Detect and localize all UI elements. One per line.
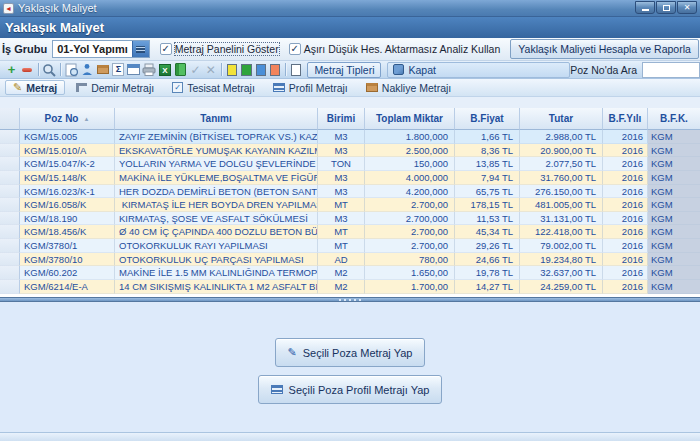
cell-poz: KGM/60.202 <box>20 266 115 280</box>
table-row[interactable]: KGM/60.202MAKİNE İLE 1.5 MM KALINLIĞINDA… <box>0 266 700 280</box>
cell-poz: KGM/6214/E-A <box>20 280 115 294</box>
checkbox-checked-icon[interactable]: ✓ <box>289 43 301 55</box>
table-row[interactable]: KGM/3780/10OTOKORKULUK UÇ PARÇASI YAPILM… <box>0 253 700 267</box>
tab-demir-metraji[interactable]: Demir Metrajı <box>69 80 161 95</box>
cell-birim: M3 <box>318 185 365 199</box>
table-row[interactable]: KGM/3780/1OTOKORKULUK RAYI YAPILMASIMT2.… <box>0 239 700 253</box>
cell-yil: 2016 <box>603 212 648 226</box>
hesapla-raporla-button[interactable]: Yaklaşık Maliyeti Hesapla ve Raporla <box>510 39 699 59</box>
sigma-icon[interactable]: Σ <box>112 62 125 78</box>
secili-poza-profil-metraj-button[interactable]: Seçili Poza Profil Metrajı Yap <box>258 375 443 404</box>
add-row-icon[interactable]: + <box>5 62 18 78</box>
row-selector[interactable] <box>0 212 20 226</box>
poz-no-ara-label: Poz No'da Ara <box>570 64 637 76</box>
table-row[interactable]: KGM/18.456/KØ 40 CM İÇ ÇAPINDA 400 DOZLU… <box>0 225 700 239</box>
metraj-tipleri-button[interactable]: Metraj Tipleri <box>307 62 381 78</box>
asiri-dusuk-checkbox[interactable]: ✓ Aşırı Düşük Hes. Aktarmasız Analiz Kul… <box>289 43 501 55</box>
table-row[interactable]: KGM/16.058/K KIRMATAŞ İLE HER BOYDA DREN… <box>0 198 700 212</box>
cell-bfiyat: 24,66 TL <box>455 253 520 267</box>
header-birimi[interactable]: Birimi <box>318 108 365 130</box>
cell-bfk: KGM <box>648 198 700 212</box>
cell-bfk: KGM <box>648 225 700 239</box>
checkbox-checked-icon[interactable]: ✓ <box>160 43 172 55</box>
row-selector[interactable] <box>0 266 20 280</box>
header-bf-yili[interactable]: B.F.Yılı <box>603 108 648 130</box>
row-selector[interactable] <box>0 280 20 294</box>
cell-birim: TON <box>318 157 365 171</box>
header-tutar[interactable]: Tutar <box>520 108 603 130</box>
minimize-button[interactable] <box>635 1 655 14</box>
row-selector[interactable] <box>0 198 20 212</box>
row-selector[interactable] <box>0 185 20 199</box>
app-window: ◄ Yaklaşık Maliyet ✕ Yaklaşık Maliyet İş… <box>0 0 700 441</box>
kapat-button[interactable]: Kapat <box>387 62 570 78</box>
tab-nakliye-metraji[interactable]: Nakliye Metrajı <box>359 80 458 95</box>
row-selector[interactable] <box>0 239 20 253</box>
package-icon[interactable] <box>96 62 109 78</box>
header-tanimi[interactable]: Tanımı <box>115 108 318 130</box>
is-grubu-dropdown-button[interactable] <box>132 41 149 57</box>
table-row[interactable]: KGM/6214/E-A14 CM SIKIŞMIŞ KALINLIKTA 1 … <box>0 280 700 294</box>
header-poz-no[interactable]: Poz No▲ <box>20 108 115 130</box>
maximize-button[interactable] <box>656 1 676 14</box>
cell-poz: KGM/3780/1 <box>20 239 115 253</box>
row-selector[interactable] <box>0 225 20 239</box>
controls-row: İş Grubu 01-Yol Yapımı ✓ Metraj Panelini… <box>0 38 700 61</box>
table-row[interactable]: KGM/15.148/KMAKİNA İLE YÜKLEME,BOŞALTMA … <box>0 171 700 185</box>
secili-poza-metraj-label: Seçili Poza Metraj Yap <box>303 347 413 359</box>
cell-bfk: KGM <box>648 212 700 226</box>
cell-yil: 2016 <box>603 144 648 158</box>
table-row[interactable]: KGM/15.047/K-2YOLLARIN YARMA VE DOLGU ŞE… <box>0 157 700 171</box>
confirm-icon[interactable]: ✓ <box>189 62 202 78</box>
header-toplam-miktar[interactable]: Toplam Miktar <box>365 108 455 130</box>
cell-miktar: 780,00 <box>365 253 455 267</box>
tab-profil-metraji[interactable]: Profil Metrajı <box>266 80 355 95</box>
close-button[interactable]: ✕ <box>677 1 697 14</box>
table-row[interactable]: KGM/15.010/AEKSKAVATÖRLE YUMUŞAK KAYANIN… <box>0 144 700 158</box>
color-white-swatch[interactable] <box>291 64 301 76</box>
cell-birim: MT <box>318 198 365 212</box>
cell-tutar: 24.259,00 TL <box>520 280 603 294</box>
remove-row-icon[interactable] <box>20 62 33 78</box>
table-row[interactable]: KGM/16.023/K-1HER DOZDA DEMİRLİ BETON (B… <box>0 185 700 199</box>
header-b-fiyat[interactable]: B.Fiyat <box>455 108 520 130</box>
tab-tesisat-metraji[interactable]: ✓ Tesisat Metrajı <box>165 80 262 95</box>
title-bar: ◄ Yaklaşık Maliyet ✕ <box>0 0 700 17</box>
row-selector[interactable] <box>0 171 20 185</box>
table-row[interactable]: KGM/15.005ZAYIF ZEMİNİN (BİTKİSEL TOPRAK… <box>0 130 700 144</box>
row-selector[interactable] <box>0 144 20 158</box>
search-icon[interactable] <box>42 62 56 78</box>
cell-tutar: 79.002,00 TL <box>520 239 603 253</box>
secili-poza-metraj-button[interactable]: ✎ Seçili Poza Metraj Yap <box>275 338 426 367</box>
color-yellow-swatch[interactable] <box>227 64 237 76</box>
row-selector[interactable] <box>0 130 20 144</box>
header-bfk[interactable]: B.F.K. <box>648 108 700 130</box>
cell-tanim: OTOKORKULUK UÇ PARÇASI YAPILMASI <box>115 253 318 267</box>
cancel-icon[interactable]: ✕ <box>204 62 217 78</box>
table-row[interactable]: KGM/18.190KIRMATAŞ, ŞOSE VE ASFALT SÖKÜL… <box>0 212 700 226</box>
cell-bfiyat: 1,66 TL <box>455 130 520 144</box>
poz-no-ara-input[interactable] <box>642 62 700 78</box>
row-selector[interactable] <box>0 157 20 171</box>
color-green-swatch[interactable] <box>241 64 251 76</box>
analysis-person-icon[interactable] <box>81 62 94 78</box>
excel-export-icon[interactable]: X <box>158 62 171 78</box>
color-orange-swatch[interactable] <box>270 64 280 76</box>
cell-tutar: 31.760,00 TL <box>520 171 603 185</box>
cell-tanim: MAKİNA İLE YÜKLEME,BOŞALTMA VE FİGÜRE (M… <box>115 171 318 185</box>
toolbar-separator <box>221 63 222 76</box>
preview-icon[interactable] <box>65 62 79 78</box>
cell-birim: M2 <box>318 266 365 280</box>
tab-metraj[interactable]: ✎ Metraj <box>5 80 65 95</box>
cell-tanim: HER DOZDA DEMİRLİ BETON (BETON SANTRALI … <box>115 185 318 199</box>
color-blue-swatch[interactable] <box>256 64 266 76</box>
printer-icon[interactable] <box>142 62 156 78</box>
cell-tutar: 31.131,00 TL <box>520 212 603 226</box>
is-grubu-select[interactable]: 01-Yol Yapımı <box>52 40 150 58</box>
table-icon[interactable] <box>127 62 140 78</box>
metraj-panel-checkbox[interactable]: ✓ Metraj Panelini Göster <box>160 43 279 55</box>
cell-tutar: 2.077,50 TL <box>520 157 603 171</box>
book-export-icon[interactable] <box>174 62 187 78</box>
cell-yil: 2016 <box>603 280 648 294</box>
row-selector[interactable] <box>0 253 20 267</box>
